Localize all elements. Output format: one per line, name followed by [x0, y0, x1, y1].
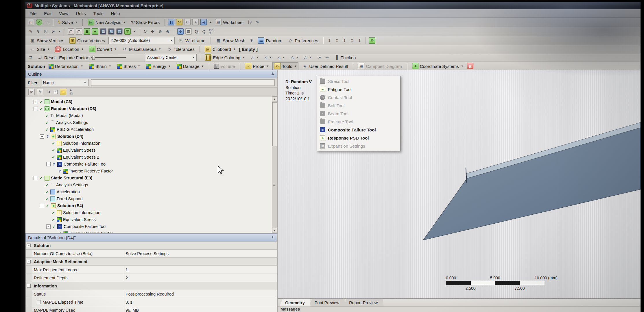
details-row[interactable]: − Number Of Cores to Use (Beta) Solve Pr…: [26, 250, 277, 258]
tree-expander[interactable]: [46, 211, 50, 215]
preferences-button[interactable]: ◇Preferences: [286, 37, 320, 44]
probe-arrow-icon-1[interactable]: ↥: [326, 38, 332, 43]
expand-all-icon[interactable]: +: [54, 90, 58, 94]
select-edge-icon[interactable]: ▢: [76, 28, 82, 35]
export-icon[interactable]: b↑: [176, 19, 182, 25]
tree-item[interactable]: PSD G Acceleration: [25, 126, 277, 133]
menu-option[interactable]: Expansion Settings: [317, 142, 400, 150]
probe-arrow-icon-4[interactable]: ↥: [349, 38, 355, 43]
scroll-up-icon[interactable]: ▲: [272, 96, 277, 101]
environment-icon[interactable]: ⚙: [369, 37, 375, 44]
details-row[interactable]: − Refinement Depth 2.: [26, 274, 277, 282]
tree-expander[interactable]: [53, 169, 56, 173]
tree-item[interactable]: Acceleration: [25, 188, 277, 195]
new-analysis-button[interactable]: ▤New Analysis▼: [86, 18, 128, 26]
tree-expand-icon[interactable]: ⇝: [46, 89, 51, 95]
details-row[interactable]: − MAPDL Elapsed Time 3. s: [26, 298, 277, 306]
result-dropdown-button[interactable]: Strain▼: [87, 63, 113, 70]
tree-expander[interactable]: [46, 162, 51, 166]
tree-item[interactable]: Modal (C3): [25, 98, 277, 105]
selection-info-icon[interactable]: i↲: [247, 19, 253, 25]
close-vertices-button[interactable]: ▣Close Vertices: [68, 36, 107, 44]
assembly-center-combo[interactable]: Assembly Center▼: [145, 54, 197, 61]
tree-refresh-icon[interactable]: ⟳: [28, 89, 35, 95]
probe-arrow-icon-3[interactable]: ↥: [342, 38, 347, 43]
tree-expander[interactable]: [40, 183, 44, 187]
menu-item[interactable]: View: [59, 11, 68, 16]
tree-expander[interactable]: [46, 142, 50, 145]
tree-item[interactable]: Solution (E4): [25, 202, 277, 209]
viewport-tab[interactable]: Geometry: [279, 299, 311, 307]
extend-selection-icon[interactable]: ◫: [124, 28, 131, 35]
tree-expander[interactable]: [46, 224, 51, 229]
details-row[interactable]: − Max Refinement Loops 1.: [26, 266, 277, 274]
report-icon[interactable]: X↓: [184, 19, 191, 25]
tab-manager-icon[interactable]: ◧: [168, 19, 174, 25]
result-dropdown-button[interactable]: Energy▼: [144, 63, 172, 70]
tree-item[interactable]: Modal (Modal): [25, 112, 277, 119]
tree-item[interactable]: Inverse Reserve Factor: [25, 168, 277, 174]
details-row-value[interactable]: 2.: [123, 276, 277, 280]
details-row[interactable]: − Adaptive Mesh Refinement: [26, 258, 277, 266]
scroll-down-icon[interactable]: ▼: [272, 228, 277, 233]
campbell-diagram-button[interactable]: ▦Campbell Diagram: [356, 62, 403, 70]
edge-coloring-button[interactable]: ▌▐Edge Coloring▼: [203, 53, 247, 62]
scale-combo[interactable]: 2.2e-002 (Auto Scale)▼: [108, 37, 175, 44]
messages-bar[interactable]: Messages: [278, 307, 641, 312]
show-errors-button[interactable]: ?/ Show Errors: [129, 19, 161, 26]
prev-view-icon[interactable]: Q: [193, 29, 199, 34]
scrollbar-thumb[interactable]: [272, 102, 277, 146]
tree-item[interactable]: Solution (D4): [25, 133, 277, 140]
tree-item[interactable]: Composite Failure Tool: [25, 161, 277, 168]
burst-icon[interactable]: ✻: [249, 38, 254, 43]
tree-item[interactable]: Analysis Settings: [25, 181, 277, 188]
show-vertices-button[interactable]: ▣Show Vertices: [28, 37, 66, 44]
explode-factor-slider[interactable]: [91, 55, 126, 60]
tree-expander[interactable]: [53, 232, 56, 233]
tree-expander[interactable]: [46, 155, 50, 159]
probe-arrow-icon-2[interactable]: ↥: [334, 38, 340, 43]
details-pin-icon[interactable]: [271, 236, 274, 239]
menu-option[interactable]: Beam Tool: [317, 109, 400, 118]
label-icon[interactable]: ✎: [28, 29, 34, 34]
viewport-tab[interactable]: Report Preview: [343, 299, 383, 307]
tree-item[interactable]: Analysis Settings: [25, 119, 277, 126]
menu-item[interactable]: Tools: [93, 11, 103, 16]
tree-expander[interactable]: [40, 204, 44, 208]
annotation-text-icon[interactable]: A: [192, 19, 199, 25]
tree-expander[interactable]: [46, 148, 50, 152]
tag-icon[interactable]: ✎: [255, 19, 261, 25]
worksheet-button[interactable]: ▦Worksheet: [213, 18, 245, 26]
coordinate-pick-icon[interactable]: ⇱: [43, 29, 49, 34]
zoom-in-icon[interactable]: ⊕: [165, 29, 171, 34]
filter-combo[interactable]: Name▼: [41, 79, 88, 86]
details-row-value[interactable]: Solve Process Settings: [123, 251, 277, 256]
iso-view-icon[interactable]: ISO✚: [208, 29, 214, 34]
explode-order-icon[interactable]: ⋥: [28, 55, 34, 60]
filter-search-input[interactable]: [91, 79, 275, 86]
tree-item[interactable]: Static Structural (E3): [25, 174, 277, 181]
edge-direction-button[interactable]: ∕ₓ▼: [303, 54, 313, 61]
zoom-out-icon[interactable]: ⊖: [157, 29, 163, 34]
tree-expander[interactable]: [40, 190, 44, 194]
menu-option[interactable]: Contact Tool: [317, 93, 400, 101]
tree-item[interactable]: Solution Information: [25, 209, 277, 216]
pin-icon[interactable]: [271, 73, 274, 76]
size-button[interactable]: ↔Size▼: [28, 45, 51, 53]
menu-option[interactable]: Fatigue Tool: [317, 85, 400, 93]
tree-item[interactable]: Composite Failure Tool: [25, 223, 277, 230]
edge-direction-button[interactable]: ∕₂▼: [276, 54, 287, 61]
tree-item[interactable]: Solution Information: [25, 140, 277, 147]
tree-item[interactable]: Random Vibration (D3): [25, 105, 277, 112]
miscellaneous-button[interactable]: ↺Miscellaneous▼: [120, 45, 163, 53]
details-row-value[interactable]: 1.: [123, 268, 277, 272]
tree-folder-icon[interactable]: 📁: [60, 89, 66, 95]
menu-option[interactable]: Fracture Tool: [317, 118, 400, 126]
menu-option[interactable]: Response PSD Tool: [317, 134, 400, 142]
wireframe-button[interactable]: ⇱Wireframe: [176, 37, 207, 44]
viewport-tab[interactable]: Print Preview: [309, 299, 345, 307]
tools-button[interactable]: ⚙Tools▼: [272, 62, 298, 70]
menu-option[interactable]: Bolt Tool: [317, 101, 400, 109]
edge-direction-button[interactable]: ∕₃▼: [290, 54, 300, 61]
tree-expander[interactable]: [34, 100, 38, 104]
